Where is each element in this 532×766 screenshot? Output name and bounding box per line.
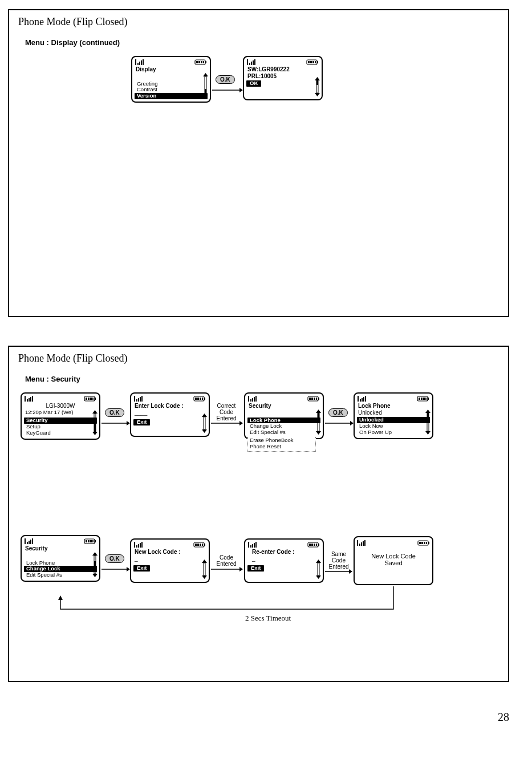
prompt: New Lock Code : xyxy=(133,549,206,556)
svg-rect-134 xyxy=(204,563,205,575)
screen-sub: Unlocked xyxy=(357,410,430,416)
arrow xyxy=(325,572,352,572)
svg-rect-71 xyxy=(250,399,251,402)
home-time: 12:20p Mar 17 (We) xyxy=(24,410,97,416)
svg-marker-84 xyxy=(316,431,321,435)
menu-item-selected: Version xyxy=(135,93,208,99)
svg-marker-64 xyxy=(202,414,207,417)
screen-header: Display xyxy=(135,66,208,73)
svg-rect-166 xyxy=(426,542,427,544)
svg-rect-55 xyxy=(138,398,139,402)
timeout-label: 2 Secs Timeout xyxy=(245,614,291,623)
softkey-exit: Exit xyxy=(247,565,264,572)
screen-header: Security xyxy=(247,403,320,410)
svg-rect-4 xyxy=(141,60,142,65)
ok-pill: O.K xyxy=(105,408,124,417)
svg-marker-154 xyxy=(349,569,352,574)
svg-rect-108 xyxy=(32,538,33,544)
softkey-exit: Exit xyxy=(133,419,150,425)
code-value: ____ xyxy=(133,410,206,416)
battery-icon xyxy=(193,396,206,402)
battery-icon xyxy=(84,538,96,544)
arrow-label: Code Entered xyxy=(212,554,241,567)
ok-pill: O.K xyxy=(216,75,235,84)
svg-rect-128 xyxy=(204,544,205,546)
battery-icon xyxy=(307,396,320,402)
battery-icon xyxy=(193,542,206,548)
svg-marker-99 xyxy=(425,410,431,413)
menu-heading: Menu : Display (continued) xyxy=(25,38,500,47)
svg-rect-149 xyxy=(316,544,317,546)
version-sw: SW:LGR990222 xyxy=(246,66,319,73)
prompt: Re-enter Code : xyxy=(247,549,320,556)
menu-item: On Power Up xyxy=(357,429,430,436)
svg-rect-27 xyxy=(310,61,312,63)
menu-heading: Menu : Security xyxy=(25,375,500,383)
svg-rect-22 xyxy=(253,60,254,65)
scrollbar xyxy=(203,73,208,98)
scrollbar xyxy=(202,560,207,579)
svg-marker-66 xyxy=(202,429,207,433)
menu-item: KeyGuard xyxy=(24,430,97,436)
svg-rect-61 xyxy=(197,398,199,400)
svg-rect-129 xyxy=(195,544,197,546)
svg-rect-11 xyxy=(203,61,204,63)
arrow-label: Same Code Entered xyxy=(325,551,352,570)
signal-icon xyxy=(358,396,368,402)
saved-line2: Saved xyxy=(355,560,432,566)
screen-display-menu: Display Greeting Contrast Version xyxy=(131,56,211,103)
status-bar xyxy=(133,541,206,548)
svg-rect-148 xyxy=(314,544,315,546)
svg-rect-65 xyxy=(204,417,205,429)
svg-rect-114 xyxy=(92,540,94,542)
svg-rect-130 xyxy=(197,544,199,546)
svg-rect-2 xyxy=(137,63,139,65)
menu-item: Phone Reset xyxy=(250,444,314,450)
prompt: Enter Lock Code : xyxy=(133,403,206,410)
signal-icon xyxy=(248,396,258,402)
svg-rect-28 xyxy=(312,61,314,63)
signal-icon xyxy=(25,538,35,544)
arrow xyxy=(325,423,354,424)
screen-saved: New Lock Code Saved xyxy=(354,536,433,585)
svg-marker-81 xyxy=(316,410,321,413)
svg-rect-60 xyxy=(195,398,197,400)
svg-rect-83 xyxy=(318,413,319,421)
svg-rect-73 xyxy=(254,397,255,402)
svg-marker-33 xyxy=(315,93,320,96)
scrollbar xyxy=(202,414,207,433)
screen-header: Lock Phone xyxy=(357,403,430,410)
screen-version-info: SW:LGR990222 PRL:10005 OK xyxy=(243,56,323,100)
svg-rect-143 xyxy=(255,542,257,548)
svg-rect-131 xyxy=(200,544,201,546)
svg-rect-96 xyxy=(421,398,423,400)
svg-rect-111 xyxy=(86,540,87,542)
svg-rect-124 xyxy=(138,544,139,548)
svg-rect-145 xyxy=(318,544,319,546)
svg-marker-12 xyxy=(203,73,208,76)
svg-rect-42 xyxy=(86,398,87,400)
battery-icon xyxy=(417,396,429,402)
svg-rect-162 xyxy=(428,542,429,544)
svg-marker-115 xyxy=(92,552,98,556)
ok-pill: O.K xyxy=(328,408,348,417)
scrollbar xyxy=(92,410,98,435)
panel-display: Phone Mode (Flip Closed) Menu : Display … xyxy=(8,9,509,317)
svg-marker-150 xyxy=(316,560,321,563)
svg-rect-20 xyxy=(249,63,250,65)
svg-rect-9 xyxy=(198,61,200,63)
svg-rect-97 xyxy=(423,398,425,400)
status-bar xyxy=(355,540,432,546)
svg-rect-21 xyxy=(251,62,252,65)
battery-icon xyxy=(417,540,430,546)
svg-rect-72 xyxy=(252,398,253,402)
svg-rect-112 xyxy=(88,540,90,542)
svg-rect-164 xyxy=(421,542,423,544)
softkey-ok: OK xyxy=(246,80,261,87)
svg-marker-135 xyxy=(202,575,207,579)
signal-icon xyxy=(25,396,35,402)
svg-marker-30 xyxy=(315,77,320,80)
svg-marker-137 xyxy=(239,567,243,572)
svg-rect-59 xyxy=(204,398,205,400)
svg-rect-23 xyxy=(254,59,255,65)
